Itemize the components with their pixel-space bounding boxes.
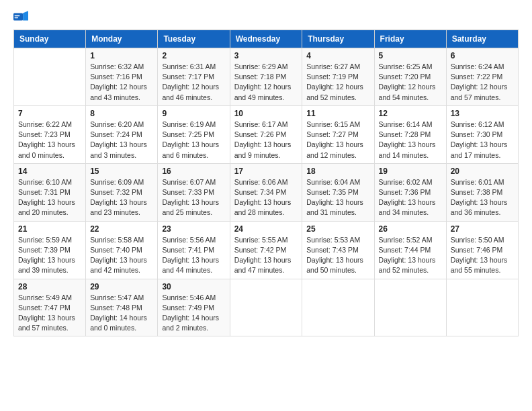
- day-info: Sunrise: 6:14 AMSunset: 7:28 PMDaylight:…: [379, 120, 442, 161]
- day-number: 12: [379, 109, 442, 118]
- day-number: 27: [451, 224, 514, 234]
- day-info: Sunrise: 6:04 AMSunset: 7:35 PMDaylight:…: [306, 177, 369, 218]
- calendar-cell: 17Sunrise: 6:06 AMSunset: 7:34 PMDayligh…: [230, 163, 302, 221]
- day-number: 10: [234, 109, 298, 118]
- day-number: 21: [18, 224, 81, 234]
- day-number: 5: [379, 51, 442, 60]
- calendar-day-header: Monday: [86, 30, 158, 48]
- day-info: Sunrise: 6:20 AMSunset: 7:24 PMDaylight:…: [90, 120, 153, 161]
- day-number: 14: [18, 167, 81, 176]
- day-number: 11: [306, 109, 369, 118]
- day-number: 17: [234, 167, 298, 176]
- day-number: 29: [90, 282, 153, 291]
- calendar-cell: 12Sunrise: 6:14 AMSunset: 7:28 PMDayligh…: [374, 105, 446, 163]
- day-info: Sunrise: 5:53 AMSunset: 7:43 PMDaylight:…: [306, 235, 369, 276]
- calendar-cell: 11Sunrise: 6:15 AMSunset: 7:27 PMDayligh…: [302, 105, 374, 163]
- day-number: 9: [162, 109, 225, 118]
- page-header: [13, 11, 519, 23]
- day-number: 22: [90, 224, 153, 234]
- calendar-cell: 9Sunrise: 6:19 AMSunset: 7:25 PMDaylight…: [158, 105, 230, 163]
- calendar-cell: 23Sunrise: 5:56 AMSunset: 7:41 PMDayligh…: [158, 221, 230, 279]
- day-number: 6: [451, 51, 514, 60]
- calendar-day-header: Saturday: [446, 30, 518, 48]
- day-info: Sunrise: 6:15 AMSunset: 7:27 PMDaylight:…: [306, 120, 369, 161]
- calendar-day-header: Sunday: [14, 30, 86, 48]
- calendar-cell: 26Sunrise: 5:52 AMSunset: 7:44 PMDayligh…: [374, 221, 446, 279]
- calendar-cell: 2Sunrise: 6:31 AMSunset: 7:17 PMDaylight…: [158, 48, 230, 106]
- day-info: Sunrise: 5:55 AMSunset: 7:42 PMDaylight:…: [234, 235, 298, 276]
- calendar-day-header: Tuesday: [158, 30, 230, 48]
- calendar-cell: 19Sunrise: 6:02 AMSunset: 7:36 PMDayligh…: [374, 163, 446, 221]
- day-number: 30: [162, 282, 225, 291]
- day-number: 26: [379, 224, 442, 234]
- calendar-cell: 25Sunrise: 5:53 AMSunset: 7:43 PMDayligh…: [302, 221, 374, 279]
- calendar-cell: 20Sunrise: 6:01 AMSunset: 7:38 PMDayligh…: [446, 163, 518, 221]
- calendar-cell: 8Sunrise: 6:20 AMSunset: 7:24 PMDaylight…: [86, 105, 158, 163]
- day-info: Sunrise: 5:49 AMSunset: 7:47 PMDaylight:…: [18, 293, 81, 334]
- day-number: 1: [90, 51, 153, 60]
- svg-marker-1: [23, 11, 28, 20]
- svg-rect-3: [15, 17, 19, 19]
- day-info: Sunrise: 6:02 AMSunset: 7:36 PMDaylight:…: [379, 177, 442, 218]
- calendar-cell: [446, 279, 518, 336]
- calendar-cell: 3Sunrise: 6:29 AMSunset: 7:18 PMDaylight…: [230, 48, 302, 106]
- day-info: Sunrise: 6:27 AMSunset: 7:19 PMDaylight:…: [306, 62, 369, 103]
- day-number: 8: [90, 109, 153, 118]
- day-number: 7: [18, 109, 81, 118]
- calendar-cell: [374, 279, 446, 336]
- day-number: 2: [162, 51, 225, 60]
- calendar-cell: 10Sunrise: 6:17 AMSunset: 7:26 PMDayligh…: [230, 105, 302, 163]
- calendar-cell: [302, 279, 374, 336]
- calendar-day-header: Wednesday: [230, 30, 302, 48]
- calendar-cell: [14, 48, 86, 106]
- day-info: Sunrise: 5:56 AMSunset: 7:41 PMDaylight:…: [162, 235, 225, 276]
- calendar-day-header: Thursday: [302, 30, 374, 48]
- day-number: 15: [90, 167, 153, 176]
- day-info: Sunrise: 6:32 AMSunset: 7:16 PMDaylight:…: [90, 62, 153, 103]
- calendar-cell: [230, 279, 302, 336]
- day-number: 3: [234, 51, 298, 60]
- day-info: Sunrise: 5:50 AMSunset: 7:46 PMDaylight:…: [451, 235, 514, 276]
- calendar-week-row: 28Sunrise: 5:49 AMSunset: 7:47 PMDayligh…: [14, 279, 519, 336]
- day-info: Sunrise: 6:17 AMSunset: 7:26 PMDaylight:…: [234, 120, 298, 161]
- day-info: Sunrise: 6:22 AMSunset: 7:23 PMDaylight:…: [18, 120, 81, 161]
- logo: [13, 11, 31, 23]
- calendar-cell: 28Sunrise: 5:49 AMSunset: 7:47 PMDayligh…: [14, 279, 86, 336]
- day-info: Sunrise: 6:31 AMSunset: 7:17 PMDaylight:…: [162, 62, 225, 103]
- calendar-cell: 4Sunrise: 6:27 AMSunset: 7:19 PMDaylight…: [302, 48, 374, 106]
- day-info: Sunrise: 6:19 AMSunset: 7:25 PMDaylight:…: [162, 120, 225, 161]
- day-info: Sunrise: 6:07 AMSunset: 7:33 PMDaylight:…: [162, 177, 225, 218]
- calendar-cell: 22Sunrise: 5:58 AMSunset: 7:40 PMDayligh…: [86, 221, 158, 279]
- calendar-cell: 5Sunrise: 6:25 AMSunset: 7:20 PMDaylight…: [374, 48, 446, 106]
- calendar-cell: 24Sunrise: 5:55 AMSunset: 7:42 PMDayligh…: [230, 221, 302, 279]
- day-info: Sunrise: 6:24 AMSunset: 7:22 PMDaylight:…: [451, 62, 514, 103]
- svg-rect-0: [13, 13, 23, 21]
- calendar-header-row: SundayMondayTuesdayWednesdayThursdayFrid…: [14, 30, 519, 48]
- day-number: 4: [306, 51, 369, 60]
- logo-icon: [13, 11, 28, 23]
- day-number: 19: [379, 167, 442, 176]
- day-info: Sunrise: 6:06 AMSunset: 7:34 PMDaylight:…: [234, 177, 298, 218]
- calendar-cell: 27Sunrise: 5:50 AMSunset: 7:46 PMDayligh…: [446, 221, 518, 279]
- calendar-cell: 7Sunrise: 6:22 AMSunset: 7:23 PMDaylight…: [14, 105, 86, 163]
- calendar-cell: 21Sunrise: 5:59 AMSunset: 7:39 PMDayligh…: [14, 221, 86, 279]
- day-number: 18: [306, 167, 369, 176]
- day-info: Sunrise: 6:12 AMSunset: 7:30 PMDaylight:…: [451, 120, 514, 161]
- day-number: 25: [306, 224, 369, 234]
- calendar-week-row: 1Sunrise: 6:32 AMSunset: 7:16 PMDaylight…: [14, 48, 519, 106]
- day-info: Sunrise: 6:29 AMSunset: 7:18 PMDaylight:…: [234, 62, 298, 103]
- day-number: 13: [451, 109, 514, 118]
- day-info: Sunrise: 5:52 AMSunset: 7:44 PMDaylight:…: [379, 235, 442, 276]
- calendar-table: SundayMondayTuesdayWednesdayThursdayFrid…: [13, 30, 519, 336]
- calendar-cell: 6Sunrise: 6:24 AMSunset: 7:22 PMDaylight…: [446, 48, 518, 106]
- day-info: Sunrise: 5:58 AMSunset: 7:40 PMDaylight:…: [90, 235, 153, 276]
- day-number: 20: [451, 167, 514, 176]
- day-number: 16: [162, 167, 225, 176]
- day-info: Sunrise: 5:47 AMSunset: 7:48 PMDaylight:…: [90, 293, 153, 334]
- day-info: Sunrise: 6:10 AMSunset: 7:31 PMDaylight:…: [18, 177, 81, 218]
- day-info: Sunrise: 6:09 AMSunset: 7:32 PMDaylight:…: [90, 177, 153, 218]
- calendar-cell: 30Sunrise: 5:46 AMSunset: 7:49 PMDayligh…: [158, 279, 230, 336]
- day-info: Sunrise: 6:01 AMSunset: 7:38 PMDaylight:…: [451, 177, 514, 218]
- calendar-day-header: Friday: [374, 30, 446, 48]
- calendar-week-row: 14Sunrise: 6:10 AMSunset: 7:31 PMDayligh…: [14, 163, 519, 221]
